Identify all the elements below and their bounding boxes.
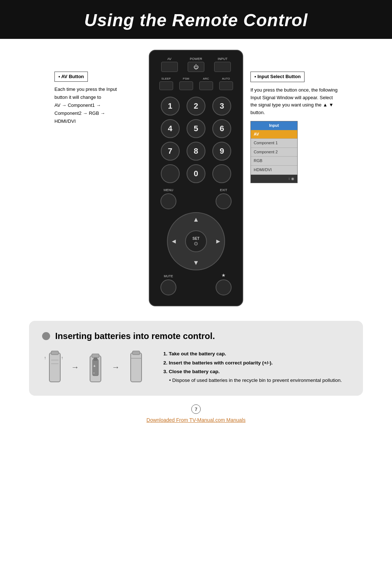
svg-text:-: - [93, 370, 95, 375]
remote-body: AV POWER ⏻ INPUT SLEEP [149, 50, 243, 306]
mute-label: MUTE [164, 274, 173, 278]
dpad-outer: ▲ ▼ ◄ ► SET ⊙ [167, 212, 225, 270]
instruction-1: 1. Take out the battery cap. [163, 350, 342, 358]
dpad-up-button[interactable]: ▲ [193, 216, 199, 223]
button-2[interactable]: 2 [187, 97, 205, 116]
arc-label: ARC [203, 77, 209, 80]
svg-rect-13 [132, 351, 140, 355]
instruction-3: 3. Close the battery cap. [163, 367, 342, 376]
menu-label: MENU [164, 188, 173, 192]
auto-label: AUTO [222, 77, 230, 80]
button-7[interactable]: 7 [161, 142, 180, 161]
svg-rect-7 [92, 354, 99, 358]
arrow-icon-3: → [83, 110, 89, 116]
set-dot: ⊙ [194, 241, 198, 246]
batteries-instructions: 1. Take out the battery cap. 2. Insert t… [163, 350, 342, 385]
input-window-title: Input [251, 121, 297, 130]
av-button-container: AV [161, 57, 178, 72]
av-button[interactable] [161, 62, 178, 72]
av-button-label: AV Button [54, 72, 88, 82]
main-content: AV Button Each time you press the Input … [0, 50, 392, 396]
page-number: 7 [191, 404, 201, 414]
button-9[interactable]: 9 [212, 142, 231, 161]
svg-text:↑: ↑ [44, 355, 46, 360]
power-button[interactable]: ⏻ [188, 62, 204, 72]
button-3[interactable]: 3 [212, 97, 231, 116]
input-option-hdmi[interactable]: HDMI/DVI [251, 166, 297, 175]
menu-container: MENU [160, 188, 176, 209]
psm-button[interactable] [179, 81, 193, 90]
dpad-area: ▲ ▼ ◄ ► SET ⊙ [167, 212, 225, 270]
batteries-images: ↑ ↑ → + - → [42, 349, 149, 386]
input-button[interactable] [214, 62, 231, 72]
arrow-icon-1: → [62, 102, 68, 108]
input-label: INPUT [218, 57, 228, 61]
svg-rect-0 [49, 353, 60, 382]
button-8[interactable]: 8 [187, 142, 205, 161]
remote-area: AV Button Each time you press the Input … [15, 50, 377, 306]
button-empty-right [212, 164, 231, 183]
sleep-button[interactable] [159, 81, 173, 90]
batteries-title: Inserting batteries into remote control. [55, 331, 215, 341]
input-option-rgb[interactable]: RGB [251, 157, 297, 166]
arrow-connector-1: → [71, 363, 79, 372]
auto-container: AUTO [219, 77, 233, 90]
button-1[interactable]: 1 [161, 97, 180, 116]
batteries-title-row: Inserting batteries into remote control. [42, 331, 350, 341]
power-label: POWER [190, 57, 202, 61]
input-signal-window: Input AV Component 1 Component 2 RGB HDM… [250, 121, 298, 183]
remote-diagram: AV POWER ⏻ INPUT SLEEP [142, 50, 250, 306]
batteries-content: ↑ ↑ → + - → [42, 349, 350, 386]
instruction-sub: • Dispose of used batteries in the recyc… [163, 376, 342, 385]
button-empty-left [161, 164, 180, 183]
star-container: ★ [216, 273, 232, 295]
button-6[interactable]: 6 [212, 119, 231, 138]
exit-container: EXIT [216, 188, 232, 209]
auto-button[interactable] [219, 81, 233, 90]
input-option-av[interactable]: AV [251, 130, 297, 139]
exit-button[interactable] [216, 193, 232, 209]
remote-top-row: AV POWER ⏻ INPUT [156, 57, 236, 72]
menu-exit-row: MENU EXIT [156, 188, 236, 209]
battery-image-1: ↑ ↑ [42, 349, 68, 386]
mute-star-row: MUTE ★ [156, 273, 236, 295]
sleep-container: SLEEP [159, 77, 173, 90]
mute-container: MUTE [160, 274, 176, 295]
input-option-component1[interactable]: Component 1 [251, 139, 297, 148]
remote-second-row: SLEEP PSM ARC AUTO [156, 77, 236, 90]
psm-label: PSM [183, 77, 189, 80]
dpad-down-button[interactable]: ▼ [193, 259, 199, 267]
star-button[interactable] [216, 279, 232, 295]
set-label: SET [192, 237, 199, 241]
battery-image-3 [123, 349, 149, 386]
arc-container: ARC [199, 77, 213, 90]
arc-button[interactable] [199, 81, 213, 90]
power-button-container: POWER ⏻ [188, 57, 204, 72]
psm-container: PSM [179, 77, 193, 90]
input-option-component2[interactable]: Component 2 [251, 148, 297, 157]
arrow-icon-2: → [96, 102, 101, 108]
button-5[interactable]: 5 [187, 119, 205, 138]
menu-button[interactable] [160, 193, 176, 209]
page-footer: 7 Downloaded From TV-Manual.com Manuals [0, 404, 392, 429]
input-button-container: INPUT [214, 57, 231, 72]
svg-text:↑: ↑ [61, 355, 63, 360]
button-0[interactable]: 0 [187, 164, 205, 183]
av-description: Each time you press the Input button it … [54, 85, 142, 125]
star-label: ★ [221, 273, 226, 278]
button-4[interactable]: 4 [161, 119, 180, 138]
dpad-left-button[interactable]: ◄ [171, 238, 177, 245]
svg-rect-1 [51, 351, 58, 355]
batteries-section: Inserting batteries into remote control.… [29, 321, 363, 396]
right-annotation: Input Select Button If you press the but… [250, 50, 338, 183]
arrow-connector-2: → [112, 363, 120, 372]
svg-rect-9 [94, 358, 97, 360]
mute-button[interactable] [160, 279, 176, 295]
dpad-right-button[interactable]: ► [215, 238, 221, 245]
arrow-icon-4: → [101, 110, 105, 116]
svg-text:+: + [93, 364, 95, 368]
battery-image-2: + - [83, 349, 108, 386]
number-grid: 1 2 3 4 5 6 7 8 9 0 [156, 97, 236, 183]
set-button[interactable]: SET ⊙ [185, 230, 207, 252]
footer-link[interactable]: Downloaded From TV-Manual.com Manuals [147, 417, 246, 423]
